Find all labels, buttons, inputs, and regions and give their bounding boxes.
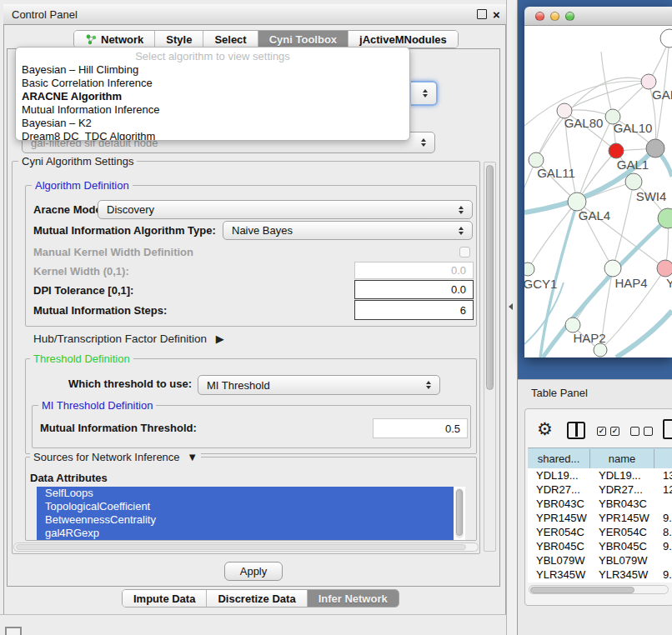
show-columns-icon[interactable] — [567, 422, 585, 439]
network-node[interactable] — [604, 260, 621, 277]
network-node[interactable] — [524, 262, 534, 276]
table-cell: YBR045C — [536, 539, 584, 553]
algorithm-option[interactable]: Basic Correlation Inference — [22, 77, 153, 89]
network-node[interactable] — [657, 260, 672, 277]
table-row[interactable]: YDR27...YDR27...12 — [528, 482, 672, 497]
apply-button[interactable]: Apply — [224, 562, 283, 581]
algorithm-option[interactable]: Bayesian – Hill Climbing — [22, 63, 138, 76]
network-window-titlebar[interactable] — [524, 7, 672, 26]
table-row[interactable]: YDL19...YDL19...13 — [528, 468, 672, 482]
tab-select[interactable]: Select — [203, 31, 258, 48]
network-node[interactable] — [660, 29, 672, 48]
mi-threshold-field[interactable]: 0.5 — [373, 418, 468, 438]
table-row[interactable]: YIL052CYIL052C9. — [528, 582, 672, 582]
table-row[interactable]: YBR045CYBR045C9. — [528, 539, 672, 553]
tab-discretize-data[interactable]: Discretize Data — [207, 590, 307, 607]
inference-algorithm-combobox-partial[interactable] — [411, 81, 438, 106]
tab-network[interactable]: Network — [74, 31, 155, 48]
tab-cyni-toolbox[interactable]: Cyni Toolbox — [258, 31, 349, 48]
network-node[interactable] — [594, 343, 607, 357]
table-cell: 12 — [663, 482, 672, 497]
data-attribute-item[interactable]: SelfLoops — [37, 487, 454, 500]
close-icon[interactable]: × — [493, 4, 500, 25]
algorithm-option[interactable]: Mutual Information Inference — [22, 103, 159, 116]
control-panel-title: Control Panel — [12, 8, 78, 21]
mi-algorithm-type-value: Naive Bayes — [232, 224, 293, 237]
bottom-tab-bar: Impute DataDiscretize DataInfer Network — [122, 589, 399, 608]
scrollbar-thumb[interactable] — [530, 587, 634, 593]
algorithm-option[interactable]: Dream8 DC_TDC Algorithm — [22, 130, 155, 141]
scrollbar-thumb[interactable] — [16, 544, 466, 550]
tab-infer-network[interactable]: Infer Network — [308, 590, 399, 607]
settings-group-title: Cyni Algorithm Settings — [18, 155, 137, 168]
network-node-label: GAL11 — [537, 166, 575, 180]
table-column-header[interactable]: shared... — [528, 449, 590, 468]
network-node[interactable] — [625, 173, 642, 190]
data-attribute-item[interactable]: TopologicalCoefficient — [37, 500, 454, 513]
table-row[interactable]: YLR345WYLR345W9. — [528, 568, 672, 582]
algorithm-option[interactable]: Bayesian – K2 — [22, 117, 92, 129]
table-row[interactable]: YBL079WYBL079W — [528, 553, 672, 568]
data-attribute-item[interactable]: gal4RGexp — [37, 527, 454, 540]
deselect-all-checkbox-icon[interactable] — [644, 427, 653, 436]
select-all-checkbox-icon[interactable]: ✓ — [597, 427, 606, 436]
deselect-all-checkbox-icon[interactable] — [630, 427, 639, 436]
gear-icon[interactable]: ⚙ — [537, 419, 553, 439]
collapse-down-icon[interactable]: ▼ — [187, 451, 198, 463]
mi-threshold-label: Mutual Information Threshold: — [40, 422, 197, 434]
data-attribute-item[interactable]: BetweennessCentrality — [37, 513, 454, 527]
table-header-row: shared...nameA — [528, 448, 672, 468]
table-horizontal-scrollbar[interactable] — [529, 585, 669, 594]
mac-zoom-icon[interactable] — [565, 12, 574, 21]
table-column-header[interactable]: A — [654, 449, 672, 468]
table-column-header[interactable]: name — [590, 449, 654, 468]
network-node[interactable] — [646, 139, 664, 158]
minimized-panel-icon[interactable] — [5, 627, 22, 635]
table-row[interactable]: YER054CYER054C8. — [528, 525, 672, 539]
select-all-checkbox-icon[interactable]: ✓ — [610, 427, 619, 436]
table-row[interactable]: YBR043CYBR043C — [528, 497, 672, 511]
sources-title[interactable]: Sources for Network Inference ▼ — [30, 451, 201, 463]
mi-algorithm-type-combobox[interactable]: Naive Bayes — [223, 221, 473, 240]
combo-arrows-icon — [455, 206, 467, 214]
export-table-icon[interactable] — [663, 419, 672, 439]
mac-close-icon[interactable] — [535, 12, 544, 21]
tab-style[interactable]: Style — [155, 31, 203, 48]
scrollbar-thumb[interactable] — [456, 489, 463, 536]
which-threshold-combobox[interactable]: MI Threshold — [198, 375, 440, 395]
application-root: Control Panel × NetworkStyleSelectCyni T… — [0, 0, 672, 635]
settings-horizontal-scrollbar[interactable] — [13, 542, 479, 552]
table-cell: 8. — [663, 525, 672, 539]
table-cell: YDL19... — [536, 468, 579, 482]
mi-steps-field[interactable]: 6 — [354, 300, 474, 320]
combo-arrows-icon — [419, 89, 431, 98]
kernel-width-field[interactable]: 0.0 — [354, 262, 474, 279]
tab-impute-data[interactable]: Impute Data — [123, 590, 207, 607]
tab-label: Style — [166, 33, 192, 46]
panel-splitter[interactable] — [506, 0, 518, 635]
which-threshold-value: MI Threshold — [207, 379, 270, 392]
collapse-left-icon[interactable] — [509, 303, 513, 310]
aracne-mode-combobox[interactable]: Discovery — [98, 200, 473, 219]
tab-jactivemnodules[interactable]: jActiveMNodules — [349, 31, 458, 48]
dpi-tolerance-field[interactable]: 0.0 — [354, 280, 474, 299]
expand-right-icon[interactable]: ▶ — [216, 332, 224, 345]
data-attributes-list[interactable]: SelfLoopsTopologicalCoefficientBetweenne… — [37, 487, 465, 540]
algorithm-option[interactable]: ARACNE Algorithm — [22, 90, 122, 102]
scrollbar-thumb[interactable] — [486, 165, 494, 390]
network-node-label: GAL80 — [564, 116, 604, 130]
mac-minimize-icon[interactable] — [550, 12, 559, 21]
settings-vertical-scrollbar[interactable] — [484, 162, 496, 552]
tab-label: jActiveMNodules — [359, 33, 447, 46]
manual-kernel-width-checkbox[interactable] — [459, 247, 470, 258]
network-node[interactable] — [609, 143, 624, 158]
hub-factor-section[interactable]: Hub/Transcription Factor Definition ▶ — [33, 332, 224, 345]
float-window-icon[interactable] — [477, 9, 487, 19]
table-panel-title: Table Panel — [531, 387, 588, 399]
network-node-label: HAP2 — [573, 331, 605, 345]
table-row[interactable]: YPR145WYPR145W9. — [528, 511, 672, 525]
control-panel-titlebar[interactable] — [3, 4, 506, 25]
list-vertical-scrollbar[interactable] — [455, 488, 464, 538]
network-graph[interactable]: GALGAL80GAL10GAL1GAL11SWI4GAL4GCY1HAP4YH… — [524, 26, 672, 358]
network-icon — [85, 33, 97, 45]
